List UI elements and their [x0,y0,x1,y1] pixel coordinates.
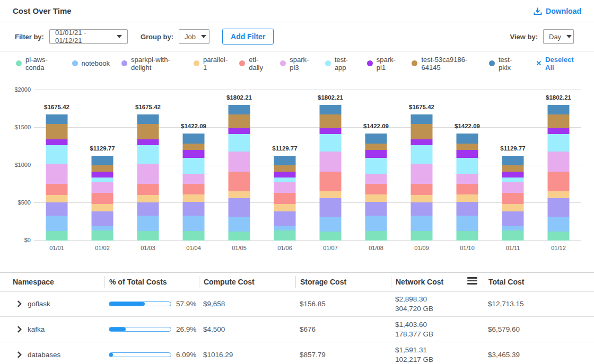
bar-segment-parallel-1[interactable] [183,194,205,202]
stacked-bar-01/09[interactable] [411,114,433,241]
namespace-cell[interactable]: kafka [8,325,104,333]
bar-segment-test-pkix[interactable] [502,156,524,165]
namespace-cell[interactable]: goflask [8,300,104,308]
bar-segment-parallel-1[interactable] [137,195,159,202]
stacked-bar-01/05[interactable] [229,105,250,241]
legend-item-test-pkix[interactable]: test-pkix [489,56,520,72]
bar-segment-pi-aws-conda[interactable] [411,231,433,241]
stacked-bar-01/07[interactable] [320,105,342,241]
download-button[interactable]: Download [534,7,581,15]
bar-segment-pi-aws-conda[interactable] [502,230,524,241]
bar-segment-parallel-1[interactable] [320,191,342,198]
bar-segment-spark-pi1[interactable] [137,139,159,145]
bar-segment-test-app[interactable] [229,134,250,152]
stacked-bar-01/12[interactable] [548,105,570,241]
bar-segment-sparkpi-with-delight[interactable] [229,198,250,217]
bar-segment-spark-pi1[interactable] [320,128,342,134]
bar-segment-pi-aws-conda[interactable] [457,231,478,241]
bar-segment-pi-aws-conda[interactable] [92,230,113,241]
bar-segment-pi-aws-conda[interactable] [274,230,296,241]
bar-segment-parallel-1[interactable] [411,195,433,202]
bar-segment-spark-pi1[interactable] [183,150,205,158]
bar-segment-notebook[interactable] [320,217,342,232]
bar-segment-spark-pi3[interactable] [92,182,113,193]
bar-segment-notebook[interactable] [137,216,159,231]
bar-segment-notebook[interactable] [457,216,478,231]
bar-segment-parallel-1[interactable] [92,204,113,211]
bar-segment-test-app[interactable] [137,145,159,164]
bar-segment-etl-daily[interactable] [320,172,342,191]
bar-segment-spark-pi1[interactable] [46,139,68,145]
bar-segment-test-pkix[interactable] [411,114,433,124]
bar-segment-test-pkix[interactable] [365,134,387,144]
bar-segment-parallel-1[interactable] [502,204,524,211]
stacked-bar-01/01[interactable] [46,114,68,241]
bar-segment-notebook[interactable] [548,217,570,232]
legend-item-sparkpi-with-delight[interactable]: sparkpi-with-delight [121,56,182,72]
bar-segment-spark-pi1[interactable] [229,128,250,134]
bar-segment-etl-daily[interactable] [92,193,113,204]
bar-segment-notebook[interactable] [92,226,113,230]
bar-segment-etl-daily[interactable] [137,184,159,195]
bar-segment-test-app[interactable] [548,134,570,152]
bar-segment-test-53ca9186-64145[interactable] [274,165,296,172]
legend-item-etl-daily[interactable]: etl-daily [239,56,268,72]
bar-segment-pi-aws-conda[interactable] [137,231,159,241]
legend-item-test-53ca9186-64145[interactable]: test-53ca9186-64145 [412,56,477,72]
legend-item-spark-pi3[interactable]: spark-pi3 [280,56,313,72]
bar-segment-notebook[interactable] [229,217,250,232]
bar-segment-test-pkix[interactable] [46,114,68,124]
bar-segment-test-app[interactable] [92,177,113,182]
bar-segment-test-app[interactable] [46,145,68,164]
bar-segment-test-53ca9186-64145[interactable] [457,144,478,150]
bar-segment-test-app[interactable] [411,145,433,164]
bar-segment-spark-pi1[interactable] [502,172,524,177]
bar-segment-sparkpi-with-delight[interactable] [365,202,387,216]
bar-segment-test-pkix[interactable] [92,156,113,165]
bar-segment-notebook[interactable] [411,216,433,231]
bar-segment-notebook[interactable] [365,216,387,231]
bar-segment-sparkpi-with-delight[interactable] [92,211,113,226]
bar-segment-etl-daily[interactable] [548,172,570,191]
bar-segment-sparkpi-with-delight[interactable] [183,202,205,216]
bar-segment-notebook[interactable] [183,216,205,231]
bar-segment-sparkpi-with-delight[interactable] [548,198,570,217]
bar-segment-test-app[interactable] [502,177,524,182]
bar-segment-test-pkix[interactable] [183,134,205,144]
expand-row-chevron[interactable] [17,300,22,307]
bar-segment-test-pkix[interactable] [229,105,250,114]
stacked-bar-01/06[interactable] [274,156,296,241]
bar-segment-sparkpi-with-delight[interactable] [137,202,159,216]
bar-segment-notebook[interactable] [502,226,524,230]
expand-row-chevron[interactable] [17,326,22,333]
legend-item-pi-aws-conda[interactable]: pi-aws-conda [16,56,60,72]
bar-segment-parallel-1[interactable] [229,191,250,198]
stacked-bar-01/04[interactable] [183,134,205,241]
legend-item-test-app[interactable]: test-app [325,56,355,72]
bar-segment-pi-aws-conda[interactable] [46,231,68,241]
bar-segment-parallel-1[interactable] [548,191,570,198]
bar-segment-test-53ca9186-64145[interactable] [548,114,570,128]
bar-segment-spark-pi3[interactable] [137,164,159,184]
bar-segment-spark-pi1[interactable] [365,150,387,158]
bar-segment-pi-aws-conda[interactable] [183,231,205,241]
expand-row-chevron[interactable] [17,351,22,358]
bar-segment-test-pkix[interactable] [274,156,296,165]
bar-segment-test-app[interactable] [183,158,205,174]
bar-segment-test-53ca9186-64145[interactable] [229,114,250,128]
bar-segment-spark-pi3[interactable] [548,152,570,172]
bar-segment-test-pkix[interactable] [548,105,570,114]
bar-segment-test-53ca9186-64145[interactable] [46,124,68,139]
add-filter-button[interactable]: Add Filter [222,29,274,45]
bar-segment-spark-pi3[interactable] [320,152,342,172]
bar-segment-test-53ca9186-64145[interactable] [183,144,205,150]
namespace-cell[interactable]: databases [8,351,104,359]
stacked-bar-01/08[interactable] [365,134,387,241]
bar-segment-test-app[interactable] [457,158,478,174]
bar-segment-test-53ca9186-64145[interactable] [137,124,159,139]
bar-segment-sparkpi-with-delight[interactable] [457,202,478,216]
bar-segment-test-53ca9186-64145[interactable] [502,165,524,172]
bar-segment-sparkpi-with-delight[interactable] [320,198,342,217]
bar-segment-spark-pi3[interactable] [274,182,296,193]
view-by-select[interactable]: Day [543,29,574,44]
